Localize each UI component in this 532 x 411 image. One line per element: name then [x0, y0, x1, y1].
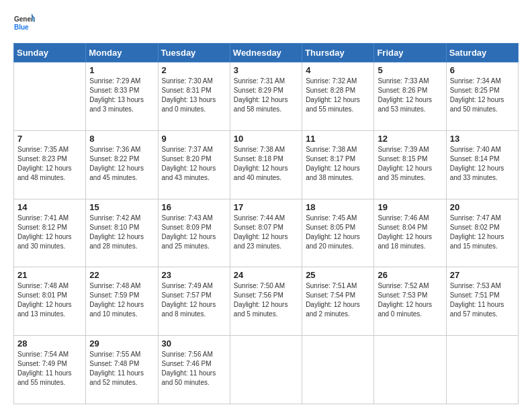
calendar-cell: 21Sunrise: 7:48 AMSunset: 8:01 PMDayligh… — [14, 267, 86, 336]
day-number: 7 — [17, 134, 82, 144]
day-number: 23 — [162, 270, 226, 280]
weekday-header-monday: Monday — [86, 44, 158, 62]
calendar-week-row: 28Sunrise: 7:54 AMSunset: 7:49 PMDayligh… — [14, 336, 519, 404]
day-number: 5 — [378, 65, 442, 75]
calendar-cell: 20Sunrise: 7:47 AMSunset: 8:02 PMDayligh… — [446, 199, 518, 267]
calendar-cell: 10Sunrise: 7:38 AMSunset: 8:18 PMDayligh… — [230, 130, 302, 199]
calendar-cell: 2Sunrise: 7:30 AMSunset: 8:31 PMDaylight… — [158, 62, 230, 131]
calendar-cell: 19Sunrise: 7:46 AMSunset: 8:04 PMDayligh… — [374, 199, 446, 267]
calendar-cell — [302, 336, 374, 404]
cell-info: Sunrise: 7:44 AMSunset: 8:07 PMDaylight:… — [234, 214, 298, 251]
day-number: 3 — [234, 65, 298, 75]
calendar-week-row: 7Sunrise: 7:35 AMSunset: 8:23 PMDaylight… — [14, 130, 519, 199]
weekday-header-saturday: Saturday — [446, 44, 518, 62]
cell-info: Sunrise: 7:50 AMSunset: 7:56 PMDaylight:… — [234, 281, 298, 319]
cell-info: Sunrise: 7:42 AMSunset: 8:10 PMDaylight:… — [89, 214, 154, 251]
calendar-cell: 28Sunrise: 7:54 AMSunset: 7:49 PMDayligh… — [14, 336, 86, 404]
day-number: 19 — [378, 202, 442, 212]
cell-info: Sunrise: 7:45 AMSunset: 8:05 PMDaylight:… — [306, 214, 370, 251]
day-number: 17 — [234, 202, 298, 212]
cell-info: Sunrise: 7:41 AMSunset: 8:12 PMDaylight:… — [17, 214, 82, 251]
cell-info: Sunrise: 7:34 AMSunset: 8:25 PMDaylight:… — [450, 77, 515, 114]
cell-info: Sunrise: 7:55 AMSunset: 7:48 PMDaylight:… — [89, 350, 154, 387]
cell-info: Sunrise: 7:36 AMSunset: 8:22 PMDaylight:… — [89, 145, 154, 183]
cell-info: Sunrise: 7:53 AMSunset: 7:51 PMDaylight:… — [450, 281, 515, 319]
day-number: 9 — [162, 134, 226, 144]
cell-info: Sunrise: 7:29 AMSunset: 8:33 PMDaylight:… — [89, 77, 154, 114]
cell-info: Sunrise: 7:38 AMSunset: 8:17 PMDaylight:… — [306, 145, 370, 183]
cell-info: Sunrise: 7:32 AMSunset: 8:28 PMDaylight:… — [306, 77, 370, 114]
day-number: 15 — [89, 202, 154, 212]
svg-text:Blue: Blue — [14, 24, 29, 31]
day-number: 24 — [234, 270, 298, 280]
day-number: 10 — [234, 134, 298, 144]
calendar-header-row: SundayMondayTuesdayWednesdayThursdayFrid… — [14, 44, 519, 62]
day-number: 13 — [450, 134, 515, 144]
cell-info: Sunrise: 7:46 AMSunset: 8:04 PMDaylight:… — [378, 214, 442, 251]
calendar-cell: 4Sunrise: 7:32 AMSunset: 8:28 PMDaylight… — [302, 62, 374, 131]
logo: General Blue — [13, 12, 35, 36]
calendar-cell: 7Sunrise: 7:35 AMSunset: 8:23 PMDaylight… — [14, 130, 86, 199]
day-number: 2 — [162, 65, 226, 75]
cell-info: Sunrise: 7:39 AMSunset: 8:15 PMDaylight:… — [378, 145, 442, 183]
day-number: 11 — [306, 134, 370, 144]
cell-info: Sunrise: 7:40 AMSunset: 8:14 PMDaylight:… — [450, 145, 515, 183]
calendar-cell — [14, 62, 86, 131]
day-number: 29 — [89, 338, 154, 349]
cell-info: Sunrise: 7:52 AMSunset: 7:53 PMDaylight:… — [378, 281, 442, 319]
calendar-cell: 6Sunrise: 7:34 AMSunset: 8:25 PMDaylight… — [446, 62, 518, 131]
day-number: 22 — [89, 270, 154, 280]
calendar-cell: 9Sunrise: 7:37 AMSunset: 8:20 PMDaylight… — [158, 130, 230, 199]
calendar-cell: 14Sunrise: 7:41 AMSunset: 8:12 PMDayligh… — [14, 199, 86, 267]
calendar-cell: 1Sunrise: 7:29 AMSunset: 8:33 PMDaylight… — [86, 62, 158, 131]
cell-info: Sunrise: 7:43 AMSunset: 8:09 PMDaylight:… — [162, 214, 226, 251]
cell-info: Sunrise: 7:30 AMSunset: 8:31 PMDaylight:… — [162, 77, 226, 114]
day-number: 4 — [306, 65, 370, 75]
calendar-cell: 22Sunrise: 7:48 AMSunset: 7:59 PMDayligh… — [86, 267, 158, 336]
cell-info: Sunrise: 7:31 AMSunset: 8:29 PMDaylight:… — [234, 77, 298, 114]
calendar-cell — [446, 336, 518, 404]
calendar-cell: 11Sunrise: 7:38 AMSunset: 8:17 PMDayligh… — [302, 130, 374, 199]
calendar-week-row: 1Sunrise: 7:29 AMSunset: 8:33 PMDaylight… — [14, 62, 519, 131]
calendar-cell: 17Sunrise: 7:44 AMSunset: 8:07 PMDayligh… — [230, 199, 302, 267]
cell-info: Sunrise: 7:51 AMSunset: 7:54 PMDaylight:… — [306, 281, 370, 319]
calendar-cell: 25Sunrise: 7:51 AMSunset: 7:54 PMDayligh… — [302, 267, 374, 336]
day-number: 28 — [17, 338, 82, 349]
calendar-cell: 27Sunrise: 7:53 AMSunset: 7:51 PMDayligh… — [446, 267, 518, 336]
calendar-cell: 16Sunrise: 7:43 AMSunset: 8:09 PMDayligh… — [158, 199, 230, 267]
logo-graphic: General Blue — [13, 12, 35, 36]
calendar-cell — [230, 336, 302, 404]
day-number: 6 — [450, 65, 515, 75]
day-number: 25 — [306, 270, 370, 280]
cell-info: Sunrise: 7:47 AMSunset: 8:02 PMDaylight:… — [450, 214, 515, 251]
cell-info: Sunrise: 7:54 AMSunset: 7:49 PMDaylight:… — [17, 350, 82, 387]
calendar-cell: 13Sunrise: 7:40 AMSunset: 8:14 PMDayligh… — [446, 130, 518, 199]
calendar-cell: 29Sunrise: 7:55 AMSunset: 7:48 PMDayligh… — [86, 336, 158, 404]
calendar-week-row: 21Sunrise: 7:48 AMSunset: 8:01 PMDayligh… — [14, 267, 519, 336]
cell-info: Sunrise: 7:37 AMSunset: 8:20 PMDaylight:… — [162, 145, 226, 183]
calendar-cell: 5Sunrise: 7:33 AMSunset: 8:26 PMDaylight… — [374, 62, 446, 131]
calendar-cell: 18Sunrise: 7:45 AMSunset: 8:05 PMDayligh… — [302, 199, 374, 267]
day-number: 8 — [89, 134, 154, 144]
day-number: 12 — [378, 134, 442, 144]
page-header: General Blue — [13, 12, 519, 36]
day-number: 20 — [450, 202, 515, 212]
weekday-header-thursday: Thursday — [302, 44, 374, 62]
day-number: 14 — [17, 202, 82, 212]
calendar-table: SundayMondayTuesdayWednesdayThursdayFrid… — [13, 43, 519, 404]
cell-info: Sunrise: 7:56 AMSunset: 7:46 PMDaylight:… — [162, 350, 226, 387]
cell-info: Sunrise: 7:48 AMSunset: 7:59 PMDaylight:… — [89, 281, 154, 319]
calendar-cell: 23Sunrise: 7:49 AMSunset: 7:57 PMDayligh… — [158, 267, 230, 336]
day-number: 16 — [162, 202, 226, 212]
calendar-cell: 15Sunrise: 7:42 AMSunset: 8:10 PMDayligh… — [86, 199, 158, 267]
weekday-header-tuesday: Tuesday — [158, 44, 230, 62]
day-number: 21 — [17, 270, 82, 280]
cell-info: Sunrise: 7:49 AMSunset: 7:57 PMDaylight:… — [162, 281, 226, 319]
calendar-cell: 26Sunrise: 7:52 AMSunset: 7:53 PMDayligh… — [374, 267, 446, 336]
cell-info: Sunrise: 7:33 AMSunset: 8:26 PMDaylight:… — [378, 77, 442, 114]
calendar-cell — [374, 336, 446, 404]
calendar-cell: 30Sunrise: 7:56 AMSunset: 7:46 PMDayligh… — [158, 336, 230, 404]
day-number: 18 — [306, 202, 370, 212]
calendar-cell: 8Sunrise: 7:36 AMSunset: 8:22 PMDaylight… — [86, 130, 158, 199]
weekday-header-wednesday: Wednesday — [230, 44, 302, 62]
